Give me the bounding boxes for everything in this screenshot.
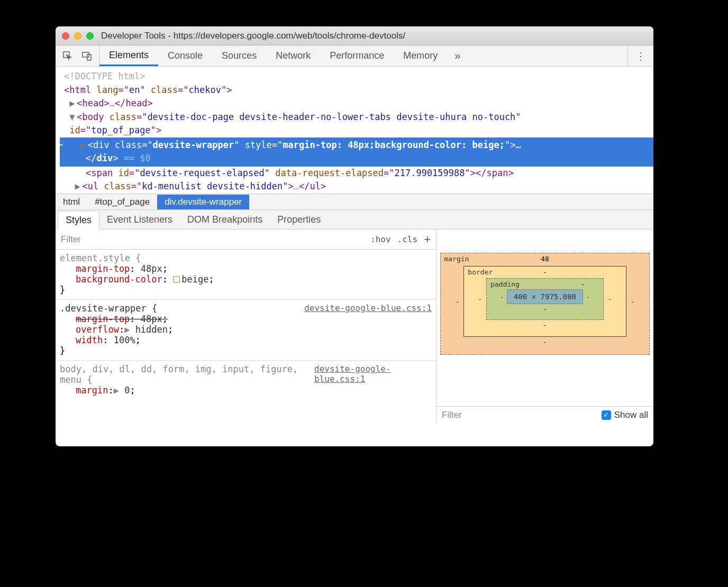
filter-input[interactable]: Filter: [61, 234, 81, 245]
box-model[interactable]: margin 48 - border - - padding -: [440, 253, 650, 355]
tab-dom-breakpoints[interactable]: DOM Breakpoints: [180, 211, 270, 228]
minimize-icon[interactable]: [74, 32, 81, 40]
rule-reset[interactable]: body, div, dl, dd, form, img, input, fig…: [56, 361, 436, 400]
breadcrumb-item[interactable]: html: [56, 195, 87, 209]
source-link[interactable]: devsite-google-blue.css:1: [304, 303, 432, 314]
tab-sources[interactable]: Sources: [212, 45, 266, 66]
tab-network[interactable]: Network: [266, 45, 320, 66]
selected-element[interactable]: ⋯ ▶<div class="devsite-wrapper" style="m…: [60, 137, 653, 167]
show-all-checkbox[interactable]: ✓: [602, 410, 611, 420]
tab-styles[interactable]: Styles: [58, 211, 99, 230]
devtools-window: Developer Tools - https://developers.goo…: [56, 26, 653, 446]
box-content: 400 × 7975.080: [507, 289, 583, 304]
dom-tree[interactable]: <!DOCTYPE html> <html lang="en" class="c…: [56, 67, 653, 194]
titlebar: Developer Tools - https://developers.goo…: [56, 26, 653, 45]
computed-filter-input[interactable]: Filter: [442, 410, 462, 420]
tab-memory[interactable]: Memory: [394, 45, 447, 66]
source-link[interactable]: devsite-google-blue.css:1: [314, 364, 432, 385]
styles-rules[interactable]: element.style { margin-top: 48px; backgr…: [56, 250, 436, 423]
tab-properties[interactable]: Properties: [270, 211, 328, 228]
tab-event-listeners[interactable]: Event Listeners: [99, 211, 180, 228]
zoom-icon[interactable]: [86, 32, 94, 40]
computed-pane: margin 48 - border - - padding -: [436, 230, 653, 423]
breadcrumb: html #top_of_page div.devsite-wrapper: [56, 194, 653, 209]
rule-devsite-wrapper[interactable]: .devsite-wrapper {devsite-google-blue.cs…: [56, 300, 436, 361]
styles-pane: Filter :hov .cls + element.style { margi…: [56, 230, 436, 423]
panel-tabs: Elements Console Sources Network Perform…: [99, 45, 468, 66]
hov-toggle[interactable]: :hov: [370, 234, 391, 244]
inspect-icon[interactable]: [62, 50, 74, 62]
traffic-lights: [62, 32, 94, 40]
breadcrumb-item-active[interactable]: div.devsite-wrapper: [157, 195, 249, 209]
new-rule-icon[interactable]: +: [424, 233, 431, 246]
main-toolbar: Elements Console Sources Network Perform…: [56, 45, 653, 67]
settings-menu-icon[interactable]: ⋮: [635, 50, 646, 62]
window-title: Developer Tools - https://developers.goo…: [101, 31, 405, 41]
close-icon[interactable]: [62, 32, 69, 40]
computed-filter-row: Filter ✓ Show all: [436, 406, 653, 423]
more-tabs-icon[interactable]: »: [447, 50, 468, 62]
sidebar-tabs: Styles Event Listeners DOM Breakpoints P…: [56, 209, 653, 230]
color-swatch-icon[interactable]: [173, 276, 180, 283]
doctype: <!DOCTYPE html>: [64, 71, 145, 81]
rule-element-style[interactable]: element.style { margin-top: 48px; backgr…: [56, 250, 436, 300]
breadcrumb-item[interactable]: #top_of_page: [87, 195, 157, 209]
styles-filter-row: Filter :hov .cls +: [56, 230, 436, 250]
device-toggle-icon[interactable]: [81, 50, 93, 62]
cls-toggle[interactable]: .cls: [397, 234, 418, 244]
show-all-label: Show all: [614, 410, 648, 420]
tab-elements[interactable]: Elements: [99, 45, 158, 66]
tab-performance[interactable]: Performance: [320, 45, 394, 66]
tab-console[interactable]: Console: [158, 45, 212, 66]
